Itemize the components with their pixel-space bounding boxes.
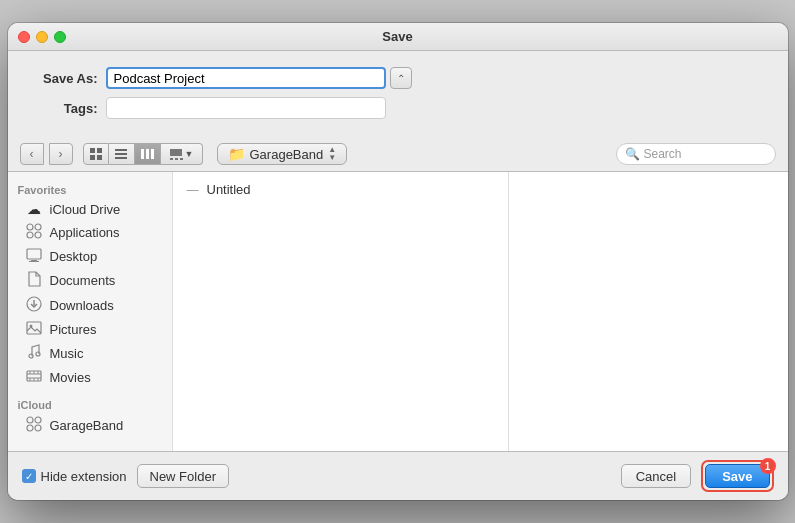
sidebar-item-movies[interactable]: Movies <box>11 366 169 389</box>
svg-rect-23 <box>27 322 41 334</box>
cancel-button[interactable]: Cancel <box>621 464 691 488</box>
location-label: GarageBand <box>250 147 324 162</box>
tags-row: Tags: <box>28 97 768 119</box>
search-placeholder: Search <box>644 147 767 161</box>
svg-point-37 <box>35 417 41 423</box>
svg-rect-10 <box>170 149 182 156</box>
column-view-button[interactable] <box>135 143 161 165</box>
svg-point-39 <box>35 425 41 431</box>
documents-icon <box>25 271 43 290</box>
svg-rect-0 <box>90 148 95 153</box>
favorites-label: Favorites <box>8 180 172 198</box>
save-as-row: Save As: ⌃ <box>28 67 768 89</box>
icloud-icon: ☁ <box>25 201 43 217</box>
sidebar-item-label: Music <box>50 346 84 361</box>
svg-rect-3 <box>97 155 102 160</box>
title-bar: Save <box>8 23 788 51</box>
svg-rect-5 <box>115 153 127 155</box>
sidebar-item-garageband[interactable]: GarageBand <box>11 413 169 438</box>
sidebar-item-label: Downloads <box>50 298 114 313</box>
movies-icon <box>25 369 43 386</box>
preview-pane <box>508 172 788 451</box>
sidebar-item-label: Applications <box>50 225 120 240</box>
svg-point-17 <box>35 232 41 238</box>
form-area: Save As: ⌃ Tags: <box>8 51 788 137</box>
svg-point-16 <box>27 232 33 238</box>
svg-rect-18 <box>27 249 41 259</box>
hide-extension-checkbox[interactable]: ✓ Hide extension <box>22 469 127 484</box>
sidebar-item-label: Pictures <box>50 322 97 337</box>
maximize-button[interactable] <box>54 31 66 43</box>
svg-point-36 <box>27 417 33 423</box>
save-dialog: Save Save As: ⌃ Tags: ‹ › <box>8 23 788 500</box>
sidebar-item-desktop[interactable]: Desktop <box>11 245 169 268</box>
svg-point-26 <box>36 352 40 356</box>
sidebar-item-label: Movies <box>50 370 91 385</box>
file-label: Untitled <box>207 182 251 197</box>
gallery-view-button[interactable]: ▼ <box>161 143 203 165</box>
sidebar-item-documents[interactable]: Documents <box>11 268 169 293</box>
downloads-icon <box>25 296 43 315</box>
svg-point-14 <box>27 224 33 230</box>
sidebar-item-label: Desktop <box>50 249 98 264</box>
save-as-label: Save As: <box>28 71 98 86</box>
folder-icon: 📁 <box>228 146 245 162</box>
minimize-button[interactable] <box>36 31 48 43</box>
svg-rect-2 <box>90 155 95 160</box>
hide-extension-label: Hide extension <box>41 469 127 484</box>
sidebar: Favorites ☁ iCloud Drive Applications De… <box>8 172 173 451</box>
view-buttons: ▼ <box>83 143 203 165</box>
bottom-bar: ✓ Hide extension New Folder Cancel Save … <box>8 452 788 500</box>
tags-input[interactable] <box>106 97 386 119</box>
svg-rect-1 <box>97 148 102 153</box>
save-button-container: Save 1 <box>705 464 769 488</box>
search-icon: 🔍 <box>625 147 640 161</box>
checkbox-icon: ✓ <box>22 469 36 483</box>
svg-rect-8 <box>146 149 149 159</box>
file-dash-icon: — <box>187 183 199 197</box>
svg-rect-9 <box>151 149 154 159</box>
list-view-button[interactable] <box>109 143 135 165</box>
sidebar-item-downloads[interactable]: Downloads <box>11 293 169 318</box>
applications-icon <box>25 223 43 242</box>
svg-rect-13 <box>180 158 183 160</box>
forward-button[interactable]: › <box>49 143 73 165</box>
sidebar-item-pictures[interactable]: Pictures <box>11 318 169 341</box>
search-box[interactable]: 🔍 Search <box>616 143 776 165</box>
svg-rect-4 <box>115 149 127 151</box>
back-button[interactable]: ‹ <box>20 143 44 165</box>
icloud-label: iCloud <box>8 395 172 413</box>
save-as-input[interactable] <box>106 67 386 89</box>
tags-label: Tags: <box>28 101 98 116</box>
toolbar: ‹ › ▼ 📁 GarageBand ▲ ▼ <box>8 137 788 172</box>
garageband-icon <box>25 416 43 435</box>
sidebar-item-applications[interactable]: Applications <box>11 220 169 245</box>
svg-point-38 <box>27 425 33 431</box>
save-badge: 1 <box>760 458 776 474</box>
location-button[interactable]: 📁 GarageBand ▲ ▼ <box>217 143 348 165</box>
sidebar-item-label: iCloud Drive <box>50 202 121 217</box>
pictures-icon <box>25 321 43 338</box>
sidebar-item-icloud-drive[interactable]: ☁ iCloud Drive <box>11 198 169 220</box>
svg-point-15 <box>35 224 41 230</box>
save-button-wrapper: Save 1 <box>701 460 773 492</box>
sidebar-item-label: Documents <box>50 273 116 288</box>
svg-rect-7 <box>141 149 144 159</box>
close-button[interactable] <box>18 31 30 43</box>
svg-rect-11 <box>170 158 173 160</box>
main-content: Favorites ☁ iCloud Drive Applications De… <box>8 172 788 452</box>
chevron-button[interactable]: ⌃ <box>390 67 412 89</box>
icon-view-button[interactable] <box>83 143 109 165</box>
music-icon <box>25 344 43 363</box>
dialog-title: Save <box>382 29 412 44</box>
sidebar-item-music[interactable]: Music <box>11 341 169 366</box>
sidebar-item-label: GarageBand <box>50 418 124 433</box>
file-item-untitled[interactable]: — Untitled <box>181 180 500 199</box>
new-folder-button[interactable]: New Folder <box>137 464 229 488</box>
location-arrows: ▲ ▼ <box>328 146 336 162</box>
desktop-icon <box>25 248 43 265</box>
file-list: — Untitled <box>173 172 508 451</box>
svg-rect-12 <box>175 158 178 160</box>
traffic-lights <box>18 31 66 43</box>
svg-rect-6 <box>115 157 127 159</box>
